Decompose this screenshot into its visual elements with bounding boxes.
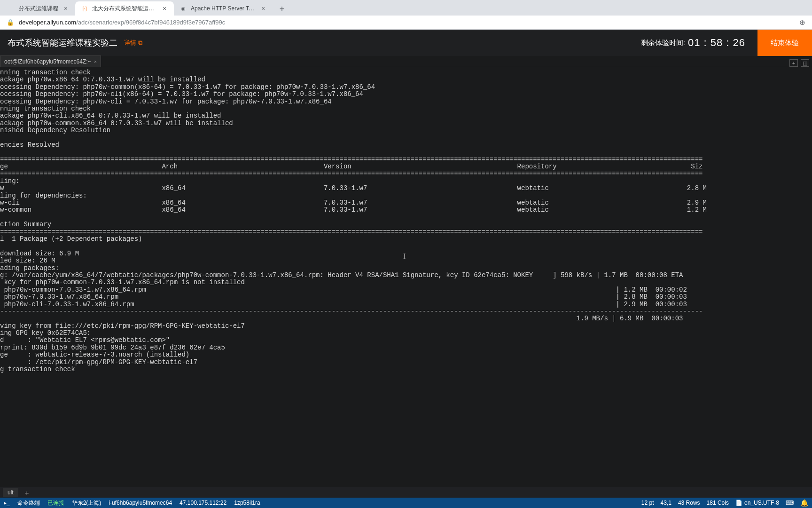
new-tab-button[interactable]: + (275, 2, 289, 16)
tab-title: 分布式运维课程 (19, 5, 58, 13)
countdown-label: 剩余体验时间: (641, 39, 685, 48)
page-header: 布式系统智能运维课程实验二 详情 ⧉ 剩余体验时间: 01 : 58 : 26 … (0, 30, 812, 56)
keyboard-icon[interactable]: ⌨ (786, 500, 794, 506)
tab-title: 北大分布式系统智能运维课程实 (92, 5, 157, 13)
address-bar: 🔒 developer.aliyun.com/adc/scenario/exp/… (0, 16, 812, 30)
browser-tab-strip: 分布式运维课程 × [·] 北大分布式系统智能运维课程实 × ◉ Apache … (0, 0, 812, 16)
close-icon[interactable]: × (94, 59, 97, 64)
url-input[interactable]: developer.aliyun.com/adc/scenario/exp/96… (19, 19, 795, 26)
url-path: /adc/scenario/exp/969f8d4c7bf946189d9f3e… (76, 19, 225, 26)
search-icon[interactable]: ⊕ (799, 18, 805, 27)
status-session-id: 1zp58il1ra (234, 500, 260, 506)
lock-icon[interactable]: 🔒 (7, 19, 14, 26)
status-encoding[interactable]: 📄 en_US.UTF-8 (735, 500, 779, 506)
status-cols: 181 Cols (707, 500, 729, 506)
close-icon[interactable]: × (62, 5, 70, 12)
terminal-output[interactable]: nning transaction check ackage php70w.x8… (0, 67, 812, 373)
close-icon[interactable]: × (259, 5, 267, 12)
status-cursor-pos: 43,1 (661, 500, 671, 506)
page-title: 布式系统智能运维课程实验二 (8, 37, 117, 48)
add-session-button[interactable]: + (20, 489, 34, 497)
expand-icon: ⧉ (138, 39, 142, 47)
browser-tab-1[interactable]: 分布式运维课程 × (2, 1, 75, 16)
favicon: ◉ (180, 5, 187, 12)
add-terminal-button[interactable]: + (789, 59, 798, 67)
terminal-icon: ▸_ (4, 500, 10, 506)
status-region: 华东2(上海) (72, 499, 102, 507)
favicon: [·] (81, 5, 88, 12)
session-tab-bar: ult + (0, 487, 812, 498)
status-connected: 已连接 (47, 499, 64, 507)
browser-tab-2[interactable]: [·] 北大分布式系统智能运维课程实 × (75, 1, 174, 16)
status-font-size[interactable]: 12 pt (641, 500, 654, 506)
browser-tab-3[interactable]: ◉ Apache HTTP Server Test Pag… × (174, 1, 273, 16)
status-instance: i-uf6hb6apylu5fmomec64 (109, 500, 172, 506)
close-icon[interactable]: × (161, 5, 168, 12)
end-experience-button[interactable]: 结束体验 (757, 30, 812, 56)
url-host: developer.aliyun.com (19, 19, 76, 26)
text-cursor-icon: I (403, 252, 406, 261)
status-ip: 47.100.175.112:22 (180, 500, 226, 506)
terminal-tab[interactable]: oot@iZuf6hb6apylu5fmomec64Z:~ × (0, 56, 101, 67)
bell-icon[interactable]: 🔔 (800, 499, 808, 507)
session-tab[interactable]: ult (3, 488, 18, 497)
split-terminal-button[interactable]: ◫ (801, 59, 809, 67)
terminal-tab-bar: oot@iZuf6hb6apylu5fmomec64Z:~ × + ◫ (0, 56, 812, 67)
detail-link[interactable]: 详情 ⧉ (124, 39, 142, 47)
status-terminal-label: 命令终端 (17, 499, 40, 507)
terminal-tab-label: oot@iZuf6hb6apylu5fmomec64Z:~ (4, 58, 91, 65)
status-bar: ▸_ 命令终端 已连接 华东2(上海) i-uf6hb6apylu5fmomec… (0, 498, 812, 508)
favicon (8, 5, 15, 12)
detail-label: 详情 (124, 39, 136, 47)
tab-title: Apache HTTP Server Test Pag… (191, 5, 256, 12)
countdown-value: 01 : 58 : 26 (688, 37, 745, 49)
status-rows: 43 Rows (678, 500, 700, 506)
